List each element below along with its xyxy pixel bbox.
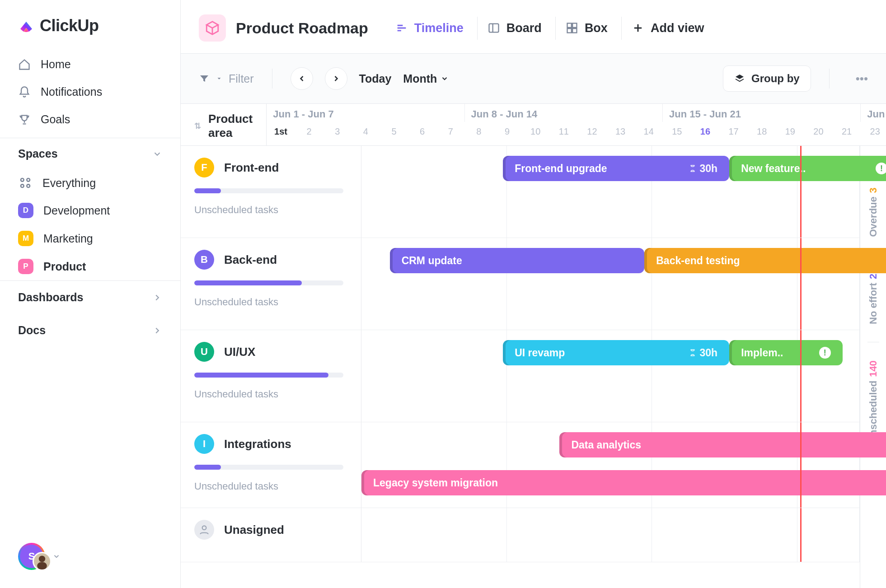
timeline-icon — [395, 22, 408, 34]
nav-notifications[interactable]: Notifications — [0, 78, 180, 106]
task-bar[interactable]: New feature..! — [729, 156, 886, 181]
task-bar[interactable]: UI revamp30h — [503, 340, 729, 365]
category-badge: B — [194, 250, 214, 270]
unassigned-icon — [194, 520, 214, 540]
groupby-label: Group by — [751, 72, 800, 85]
space-badge: D — [18, 203, 33, 218]
task-bar[interactable]: Front-end upgrade30h — [503, 156, 729, 181]
rail-unscheduled[interactable]: Unscheduled 140 — [867, 360, 879, 443]
day-label: 23 — [861, 122, 886, 141]
sidebar-everything[interactable]: Everything — [0, 169, 180, 196]
grid-icon — [18, 176, 33, 190]
sidebar-space-product[interactable]: P Product — [0, 252, 180, 280]
task-label: Back-end testing — [656, 255, 740, 267]
svg-rect-10 — [572, 28, 577, 33]
svg-rect-8 — [572, 23, 577, 28]
sidebar: ClickUp Home Notifications Goals Spaces … — [0, 0, 181, 588]
sidebar-dashboards[interactable]: Dashboards — [0, 280, 180, 314]
cube-icon — [199, 14, 226, 42]
add-view-label: Add view — [651, 21, 704, 35]
nav-goals[interactable]: Goals — [0, 106, 180, 133]
prev-button[interactable] — [291, 67, 313, 90]
task-label: Data analytics — [571, 439, 641, 451]
unscheduled-link[interactable]: Unscheduled tasks — [194, 481, 347, 492]
user-menu[interactable]: S — [0, 534, 180, 579]
filter-label: Filter — [229, 72, 254, 85]
timeline-row: B Back-end Unscheduled tasksCRM updateBa… — [181, 238, 860, 330]
category-name: Integrations — [224, 437, 291, 451]
sidebar-docs[interactable]: Docs — [0, 314, 180, 347]
next-button[interactable] — [325, 67, 347, 90]
sidebar-space-development[interactable]: D Development — [0, 196, 180, 224]
row-category[interactable]: B Back-end Unscheduled tasks — [181, 238, 361, 330]
task-effort: 30h — [689, 347, 717, 359]
nav-home[interactable]: Home — [0, 51, 180, 78]
row-category[interactable]: U UI/UX Unscheduled tasks — [181, 330, 361, 422]
day-label: 12 — [578, 122, 606, 141]
day-label: 16 — [691, 122, 720, 141]
day-label: 14 — [634, 122, 663, 141]
tab-timeline[interactable]: Timeline — [385, 17, 473, 40]
row-category[interactable]: F Front-end Unscheduled tasks — [181, 146, 361, 238]
task-bar[interactable]: Implem..! — [729, 340, 843, 365]
unscheduled-link[interactable]: Unscheduled tasks — [194, 388, 347, 400]
category-badge: I — [194, 434, 214, 454]
today-line — [800, 238, 802, 330]
svg-rect-6 — [489, 24, 498, 33]
column-header[interactable]: ⇅ Product area — [194, 112, 253, 140]
space-badge: M — [18, 231, 33, 246]
unscheduled-link[interactable]: Unscheduled tasks — [194, 296, 347, 308]
unscheduled-link[interactable]: Unscheduled tasks — [194, 204, 347, 216]
spaces-header[interactable]: Spaces — [0, 138, 180, 169]
task-bar[interactable]: Legacy system migration30h — [361, 470, 886, 495]
timeline-row: I Integrations Unscheduled tasksData ana… — [181, 422, 860, 508]
task-label: Implem.. — [741, 347, 783, 359]
add-view-button[interactable]: Add view — [621, 17, 714, 40]
svg-point-1 — [27, 178, 30, 182]
divider — [829, 69, 830, 89]
day-label: 9 — [493, 122, 521, 141]
groupby-button[interactable]: Group by — [723, 65, 811, 92]
column-header-label: Product area — [208, 112, 253, 140]
range-select[interactable]: Month — [403, 72, 449, 85]
rail-overdue[interactable]: Overdue 3 — [867, 187, 879, 237]
row-category[interactable]: Unasigned — [181, 508, 361, 562]
task-bar[interactable]: Back-end testing — [644, 248, 886, 273]
space-badge: P — [18, 259, 33, 274]
rail-no-effort[interactable]: No effort 2 — [867, 274, 879, 324]
filter-button[interactable]: Filter — [199, 72, 254, 85]
tab-board[interactable]: Board — [477, 17, 552, 40]
sidebar-everything-label: Everything — [42, 177, 96, 190]
svg-point-4 — [39, 555, 45, 562]
sidebar-space-marketing[interactable]: M Marketing — [0, 224, 180, 252]
tab-box-label: Box — [585, 21, 608, 35]
brand-text: ClickUp — [40, 16, 99, 35]
row-category[interactable]: I Integrations Unscheduled tasks — [181, 422, 361, 508]
task-bar[interactable]: CRM update — [390, 248, 645, 273]
chevron-down-icon — [52, 552, 61, 560]
progress-bar — [194, 465, 343, 470]
bell-icon — [18, 86, 31, 98]
category-name: Back-end — [224, 253, 277, 267]
category-name: UI/UX — [224, 345, 255, 359]
clickup-logo-icon — [17, 17, 35, 35]
today-button[interactable]: Today — [359, 72, 392, 85]
nav-goals-label: Goals — [41, 113, 70, 126]
day-label: 2 — [295, 122, 323, 141]
tab-box[interactable]: Box — [555, 17, 618, 40]
svg-point-2 — [21, 184, 24, 187]
alert-icon: ! — [819, 347, 831, 359]
day-label: 11 — [549, 122, 578, 141]
day-label: 1st — [267, 122, 295, 141]
day-label: 10 — [521, 122, 550, 141]
task-label: Front-end upgrade — [515, 163, 607, 175]
task-bar[interactable]: Data analytics — [559, 432, 886, 457]
category-badge: U — [194, 342, 214, 362]
board-icon — [488, 22, 500, 34]
day-label: 8 — [465, 122, 493, 141]
today-line — [800, 508, 802, 562]
timeline-row-unassigned: Unasigned — [181, 508, 860, 562]
hourglass-icon — [689, 349, 697, 357]
logo[interactable]: ClickUp — [0, 13, 180, 46]
more-button[interactable]: ••• — [856, 72, 868, 86]
